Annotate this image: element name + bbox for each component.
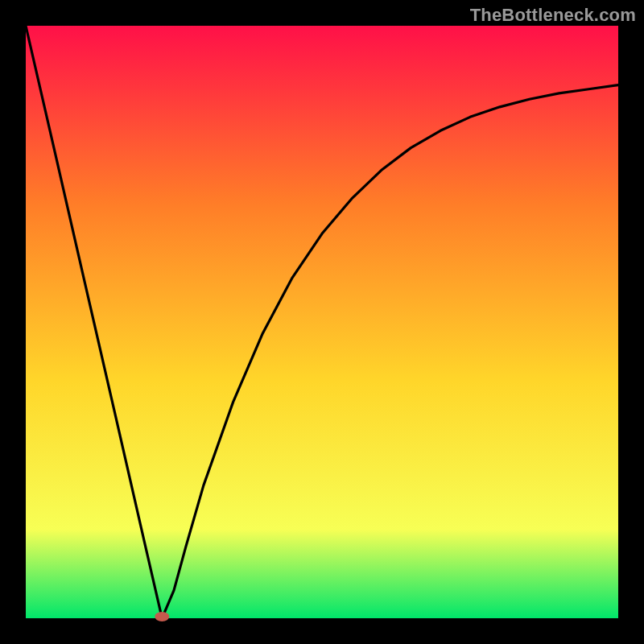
- plot-background: [26, 26, 618, 618]
- zero-bottleneck-marker: [155, 612, 169, 621]
- attribution-watermark: TheBottleneck.com: [470, 5, 636, 26]
- chart-container: TheBottleneck.com: [0, 0, 644, 644]
- bottleneck-chart: [0, 0, 644, 644]
